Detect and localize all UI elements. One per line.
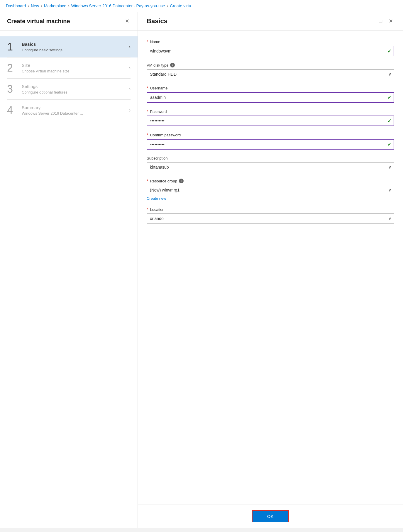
resource-group-info-icon[interactable]: i [179,179,184,183]
step-4-content: Summary Windows Server 2016 Datacenter .… [22,105,129,116]
step-4-number: 4 [7,105,22,116]
step-2-chevron: › [129,65,131,71]
vm-disk-type-group: VM disk type i Standard HDD Premium SSD … [147,63,394,79]
password-label: * Password [147,109,394,114]
username-required-star: * [147,86,148,90]
vm-disk-type-label: VM disk type i [147,63,394,67]
form-container: * Name ✓ VM disk type i Standard HDD P [138,31,403,504]
breadcrumb-current: Create virtu... [170,4,194,8]
vm-disk-type-select[interactable]: Standard HDD Premium SSD Standard SSD [147,69,394,79]
password-checkmark: ✓ [387,118,391,124]
resource-group-select-wrapper: (New) winvmrg1 ∨ [147,185,394,195]
name-checkmark: ✓ [387,48,391,54]
vm-disk-type-info-icon[interactable]: i [170,63,175,67]
location-label-text: Location [150,207,164,212]
confirm-password-input-wrapper: ✓ [147,139,394,150]
step-2-content: Size Choose virtual machine size [22,63,129,73]
left-panel-close-button[interactable]: ✕ [124,17,131,25]
resource-group-group: * Resource group i (New) winvmrg1 ∨ Crea… [147,179,394,201]
step-2-number: 2 [7,63,22,73]
password-group: * Password ✓ [147,109,394,126]
breadcrumb-new[interactable]: New [31,4,39,8]
step-4-subtitle: Windows Server 2016 Datacenter ... [22,111,129,116]
right-panel: Basics □ ✕ * Name ✓ VM dis [138,12,403,528]
confirm-password-checkmark: ✓ [387,142,391,147]
name-required-star: * [147,39,148,44]
subscription-select-wrapper: kirtanasub ∨ [147,162,394,172]
step-2[interactable]: 2 Size Choose virtual machine size › [0,57,138,79]
confirm-password-input[interactable] [147,139,394,150]
header-actions: □ ✕ [378,17,394,25]
step-1-content: Basics Configure basic settings [22,42,129,52]
subscription-group: Subscription kirtanasub ∨ [147,156,394,172]
step-3-subtitle: Configure optional features [22,90,129,94]
password-input-wrapper: ✓ [147,116,394,126]
confirm-password-label: * Confirm password [147,133,394,137]
confirm-password-group: * Confirm password ✓ [147,133,394,150]
confirm-password-label-text: Confirm password [150,133,181,137]
vm-disk-type-select-wrapper: Standard HDD Premium SSD Standard SSD ∨ [147,69,394,79]
breadcrumb-sep-2: › [41,4,42,8]
name-group: * Name ✓ [147,39,394,56]
step-3-content: Settings Configure optional features [22,84,129,94]
name-label: * Name [147,39,394,44]
maximize-button[interactable]: □ [378,17,383,25]
subscription-select[interactable]: kirtanasub [147,162,394,172]
step-1-subtitle: Configure basic settings [22,48,129,52]
bottom-bar: OK [138,504,403,528]
username-group: * Username ✓ [147,86,394,103]
username-label: * Username [147,86,394,90]
vm-disk-type-label-text: VM disk type [147,63,168,67]
name-label-text: Name [150,40,160,44]
main-container: Create virtual machine ✕ 1 Basics Config… [0,12,403,528]
name-input[interactable] [147,46,394,56]
step-1-chevron: › [129,44,131,50]
step-4-chevron: › [129,108,131,113]
resource-group-label-text: Resource group [150,179,177,183]
breadcrumb-sep-4: › [167,4,168,8]
step-4-title: Summary [22,105,129,110]
right-panel-close-button[interactable]: ✕ [387,17,394,25]
name-input-wrapper: ✓ [147,46,394,56]
location-select-wrapper: orlando ∨ [147,214,394,223]
right-panel-title: Basics [147,17,167,25]
step-3-number: 3 [7,84,22,94]
step-3-chevron: › [129,87,131,92]
step-1[interactable]: 1 Basics Configure basic settings › [0,36,138,57]
step-3[interactable]: 3 Settings Configure optional features › [0,79,138,100]
location-label: * Location [147,207,394,212]
password-input[interactable] [147,116,394,126]
breadcrumb-sep-3: › [68,4,70,8]
step-1-title: Basics [22,42,129,47]
subscription-label-text: Subscription [147,156,168,160]
username-input-wrapper: ✓ [147,92,394,103]
location-group: * Location orlando ∨ [147,207,394,223]
step-4[interactable]: 4 Summary Windows Server 2016 Datacenter… [0,100,138,121]
breadcrumb-dashboard[interactable]: Dashboard [6,4,26,8]
location-select[interactable]: orlando [147,214,394,223]
create-new-link[interactable]: Create new [147,196,166,201]
resource-group-label: * Resource group i [147,179,394,183]
password-required-star: * [147,109,148,114]
step-3-title: Settings [22,84,129,89]
username-label-text: Username [150,86,167,90]
password-label-text: Password [150,109,167,114]
left-panel-header: Create virtual machine ✕ [0,12,138,31]
subscription-label: Subscription [147,156,394,160]
ok-button[interactable]: OK [252,510,289,522]
confirm-password-required-star: * [147,133,148,137]
breadcrumb-marketplace[interactable]: Marketplace [44,4,66,8]
breadcrumb-sep-1: › [28,4,29,8]
right-panel-header: Basics □ ✕ [138,12,403,31]
resource-group-required-star: * [147,179,148,183]
left-panel-title: Create virtual machine [7,18,70,25]
breadcrumb-product[interactable]: Windows Server 2016 Datacenter - Pay-as-… [71,4,165,8]
left-panel-footer [0,505,138,528]
step-2-title: Size [22,63,129,68]
username-checkmark: ✓ [387,95,391,100]
resource-group-select[interactable]: (New) winvmrg1 [147,185,394,195]
left-panel: Create virtual machine ✕ 1 Basics Config… [0,12,138,528]
username-input[interactable] [147,92,394,103]
step-2-subtitle: Choose virtual machine size [22,69,129,73]
step-1-number: 1 [7,42,22,52]
